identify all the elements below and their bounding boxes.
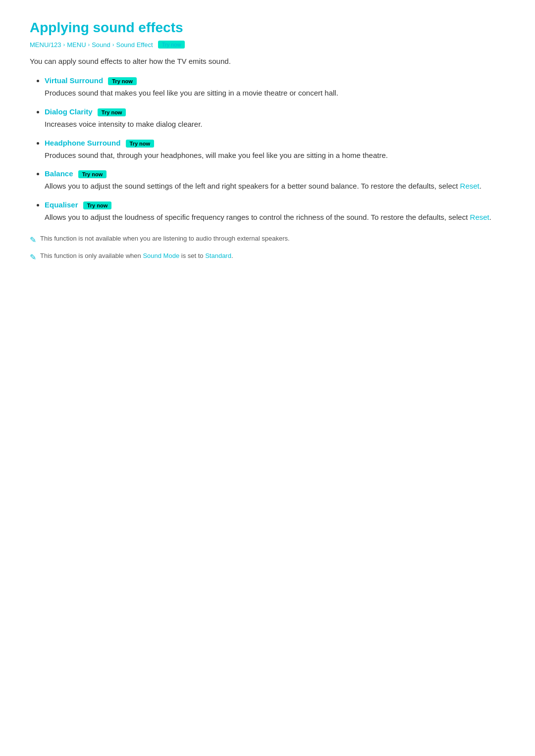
breadcrumb-chevron-2: ›: [88, 42, 90, 48]
notes-section: ✎ This function is not available when yo…: [30, 234, 505, 263]
feature-list: Virtual Surround Try now Produces sound …: [30, 76, 505, 224]
balance-desc-suffix: .: [480, 182, 482, 190]
breadcrumb: MENU/123 › MENU › Sound › Sound Effect T…: [30, 41, 505, 49]
feature-title-dialog-clarity[interactable]: Dialog Clarity: [45, 107, 93, 116]
note2-before: This function is only available when: [40, 252, 143, 259]
virtual-surround-desc: Produces sound that makes you feel like …: [45, 87, 505, 100]
note2-sound-mode-link[interactable]: Sound Mode: [143, 252, 179, 259]
balance-try-now[interactable]: Try now: [78, 170, 107, 178]
equaliser-desc-text: Allows you to adjust the loudness of spe…: [45, 213, 470, 221]
breadcrumb-try-now-badge[interactable]: Try now: [158, 41, 185, 49]
note2-middle: is set to: [179, 252, 205, 259]
equaliser-reset-link[interactable]: Reset: [470, 213, 489, 221]
page-title: Applying sound effects: [30, 20, 505, 36]
feature-title-headphone-surround[interactable]: Headphone Surround: [45, 139, 120, 147]
breadcrumb-menu123[interactable]: MENU/123: [30, 41, 61, 49]
intro-text: You can apply sound effects to alter how…: [30, 55, 505, 67]
feature-title-balance[interactable]: Balance: [45, 169, 73, 178]
note2-after: .: [231, 252, 233, 259]
feature-title-equaliser[interactable]: Equaliser: [45, 201, 78, 209]
list-item: Dialog Clarity Try now Increases voice i…: [45, 107, 505, 131]
equaliser-desc: Allows you to adjust the loudness of spe…: [45, 211, 505, 224]
breadcrumb-chevron-1: ›: [63, 42, 65, 48]
balance-reset-link[interactable]: Reset: [460, 182, 480, 190]
breadcrumb-menu[interactable]: MENU: [67, 41, 86, 49]
note-text-1: This function is not available when you …: [40, 234, 290, 244]
note-icon-1: ✎: [30, 234, 36, 246]
note-icon-2: ✎: [30, 252, 36, 263]
list-item: Equaliser Try now Allows you to adjust t…: [45, 201, 505, 224]
dialog-clarity-desc: Increases voice intensity to make dialog…: [45, 118, 505, 131]
list-item: Balance Try now Allows you to adjust the…: [45, 169, 505, 193]
dialog-clarity-try-now[interactable]: Try now: [98, 108, 126, 116]
balance-desc-text: Allows you to adjust the sound settings …: [45, 182, 460, 190]
list-item: Headphone Surround Try now Produces soun…: [45, 139, 505, 162]
note-item: ✎ This function is only available when S…: [30, 251, 505, 263]
equaliser-try-now[interactable]: Try now: [83, 202, 112, 209]
headphone-surround-try-now[interactable]: Try now: [126, 140, 155, 148]
note2-standard-link[interactable]: Standard: [205, 252, 231, 259]
note-text-2: This function is only available when Sou…: [40, 251, 233, 261]
feature-title-virtual-surround[interactable]: Virtual Surround: [45, 76, 103, 85]
virtual-surround-try-now[interactable]: Try now: [108, 77, 137, 85]
breadcrumb-sound[interactable]: Sound: [92, 41, 110, 49]
breadcrumb-chevron-3: ›: [112, 42, 114, 48]
headphone-surround-desc: Produces sound that, through your headph…: [45, 150, 505, 162]
equaliser-desc-suffix: .: [489, 213, 491, 221]
balance-desc: Allows you to adjust the sound settings …: [45, 180, 505, 193]
note-item: ✎ This function is not available when yo…: [30, 234, 505, 246]
list-item: Virtual Surround Try now Produces sound …: [45, 76, 505, 100]
breadcrumb-sound-effect[interactable]: Sound Effect: [116, 41, 153, 49]
